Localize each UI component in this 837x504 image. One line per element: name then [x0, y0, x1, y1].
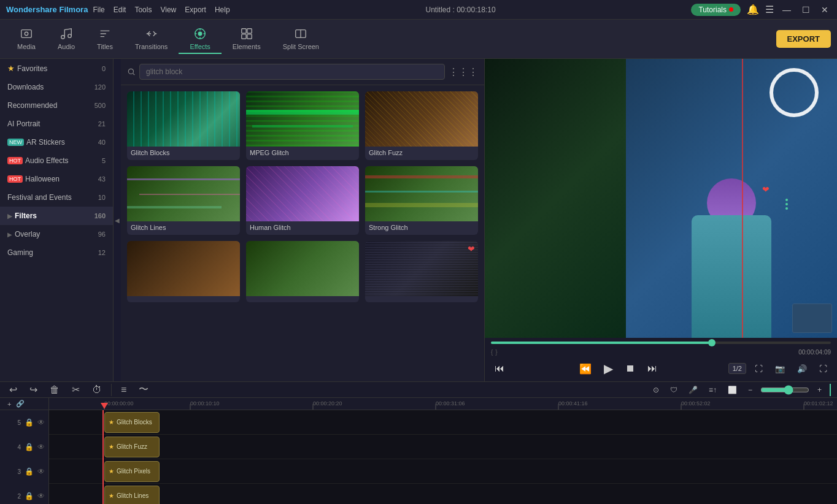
sidebar-item-recommended[interactable]: Recommended 500: [0, 96, 113, 115]
volume-button[interactable]: 🔊: [793, 362, 811, 375]
effect-card-7[interactable]: [127, 241, 240, 302]
toolbar-transitions[interactable]: Transitions: [124, 25, 179, 54]
sidebar-item-favorites[interactable]: ★Favorites 0: [0, 59, 113, 78]
audio-wave-button[interactable]: 〜: [136, 382, 152, 397]
sidebar-item-audio-effects[interactable]: HOTAudio Effects 5: [0, 151, 113, 170]
step-back-button[interactable]: ⏪: [576, 359, 595, 378]
export-button[interactable]: EXPORT: [776, 30, 831, 48]
subtitle-button[interactable]: ⬜: [725, 384, 740, 395]
screen-view-button[interactable]: ⛶: [751, 362, 766, 375]
layout-button[interactable]: ≡: [118, 383, 129, 397]
menu-help[interactable]: Help: [215, 6, 230, 14]
menu-edit[interactable]: Edit: [114, 6, 126, 14]
sidebar-item-halloween[interactable]: HOTHalloween 43: [0, 170, 113, 188]
minimize-button[interactable]: —: [780, 5, 793, 15]
track-4-eye[interactable]: 👁: [37, 443, 45, 451]
menu-export[interactable]: Export: [185, 6, 206, 14]
toolbar-titles[interactable]: Titles: [86, 25, 124, 54]
tutorials-button[interactable]: Tutorials: [691, 4, 741, 16]
playback-rate[interactable]: 1/2: [728, 363, 746, 374]
close-button[interactable]: ✕: [819, 5, 831, 15]
clip-glitch-fuzz[interactable]: ★ Glitch Fuzz: [104, 437, 160, 457]
timer-button[interactable]: ⏱: [89, 383, 105, 397]
preview-progress-bar[interactable]: [491, 342, 831, 344]
track-2-eye[interactable]: 👁: [37, 492, 45, 500]
effect-card-mpeg-glitch[interactable]: MPEG Glitch: [246, 91, 359, 160]
cut-button[interactable]: ✂: [69, 383, 83, 397]
track-5-eye[interactable]: 👁: [37, 418, 45, 427]
sidebar-gaming-label: Gaming: [7, 248, 33, 257]
panel-collapse-btn[interactable]: ◀: [114, 59, 121, 381]
track-3-lock[interactable]: 🔒: [25, 467, 34, 476]
timeline-resize-handle[interactable]: [830, 384, 831, 396]
sidebar-recommended-count: 500: [94, 102, 106, 109]
audio-track-button[interactable]: ≡↑: [706, 384, 720, 395]
toolbar-effects[interactable]: Effects: [179, 25, 221, 54]
toolbar-elements[interactable]: Elements: [222, 25, 272, 54]
search-icon: [127, 67, 136, 76]
notification-icon[interactable]: 🔔: [747, 4, 759, 15]
delete-button[interactable]: 🗑: [47, 383, 63, 397]
clip-glitch-blocks[interactable]: ★ Glitch Blocks: [104, 412, 160, 433]
undo-button[interactable]: ↩: [6, 383, 20, 397]
snap-button[interactable]: ⊙: [650, 384, 662, 395]
preview-time-right: 00:00:04:09: [798, 349, 831, 356]
sidebar-item-ai-portrait[interactable]: AI Portrait 21: [0, 115, 113, 133]
effect-card-human-glitch[interactable]: Human Glitch: [246, 166, 359, 235]
protect-button[interactable]: 🛡: [667, 384, 681, 395]
toolbar-splitscreen[interactable]: Split Screen: [272, 25, 330, 54]
sidebar-item-overlay[interactable]: ▶Overlay 96: [0, 225, 113, 243]
effect-label-8: [246, 296, 359, 302]
zoom-slider[interactable]: [760, 385, 809, 395]
grid-options-icon[interactable]: ⋮⋮⋮: [449, 66, 478, 78]
effect-label-glitch-fuzz: Glitch Fuzz: [365, 147, 478, 160]
effect-card-strong-glitch[interactable]: Strong Glitch: [365, 166, 478, 235]
effect-card-glitch-fuzz[interactable]: Glitch Fuzz: [365, 91, 478, 160]
effect-card-8[interactable]: [246, 241, 359, 302]
clip-glitch-pixels[interactable]: ★ Glitch Pixels: [104, 461, 160, 482]
redo-button[interactable]: ↪: [26, 383, 40, 397]
skip-back-button[interactable]: ⏮: [491, 361, 508, 376]
sidebar-item-filters[interactable]: ▶Filters 160: [0, 207, 113, 225]
titlebar-menu: File Edit Tools View Export Help: [93, 6, 230, 14]
stop-button[interactable]: ⏹: [622, 359, 639, 378]
clip-glitch-lines[interactable]: ★ Glitch Lines: [104, 486, 160, 505]
add-track-button[interactable]: +: [5, 399, 14, 409]
effect-card-9[interactable]: ❤: [365, 241, 478, 302]
play-button[interactable]: ▶: [600, 359, 617, 378]
sidebar-item-ar-stickers[interactable]: NEWAR Stickers 40: [0, 133, 113, 151]
toolbar-media[interactable]: Media: [6, 25, 47, 54]
track-5-lock[interactable]: 🔒: [25, 418, 34, 427]
clip-label-glitch-fuzz: Glitch Fuzz: [117, 443, 147, 450]
menu-tools[interactable]: Tools: [134, 6, 152, 14]
sidebar-item-gaming[interactable]: Gaming 12: [0, 243, 113, 262]
effect-card-glitch-blocks[interactable]: Glitch Blocks: [127, 91, 240, 160]
tutorials-dot: [729, 7, 733, 12]
sidebar-item-downloads[interactable]: Downloads 120: [0, 78, 113, 96]
mic-button[interactable]: 🎤: [685, 384, 701, 395]
preview-video: ❤: [485, 59, 837, 338]
toolbar-audio[interactable]: Audio: [47, 25, 86, 54]
ruler-ticks: [49, 398, 837, 410]
effect-card-glitch-lines[interactable]: Glitch Lines: [127, 166, 240, 235]
track-4-lock[interactable]: 🔒: [25, 443, 34, 451]
link-tracks-button[interactable]: 🔗: [14, 399, 27, 409]
effect-label-9: [365, 296, 478, 302]
menu-file[interactable]: File: [93, 6, 104, 14]
search-input[interactable]: [139, 64, 445, 80]
track-3-eye[interactable]: 👁: [37, 467, 45, 476]
preview-progress-thumb[interactable]: [708, 339, 716, 346]
zoom-out-button[interactable]: −: [745, 384, 755, 395]
clip-star-icon-4: ★: [109, 492, 114, 499]
track-2-lock[interactable]: 🔒: [25, 492, 34, 500]
maximize-button[interactable]: ☐: [800, 5, 812, 15]
menu-icon[interactable]: ☰: [765, 4, 774, 15]
zoom-in-button[interactable]: +: [814, 384, 825, 395]
preview-circle: [770, 68, 819, 117]
menu-view[interactable]: View: [160, 6, 176, 14]
skip-forward-button[interactable]: ⏭: [644, 359, 661, 378]
track-label-5: 5 🔒 👁: [0, 410, 48, 435]
screenshot-button[interactable]: 📷: [771, 362, 789, 375]
sidebar-item-festival[interactable]: Festival and Events 10: [0, 188, 113, 207]
fullscreen-button[interactable]: ⛶: [816, 362, 831, 375]
